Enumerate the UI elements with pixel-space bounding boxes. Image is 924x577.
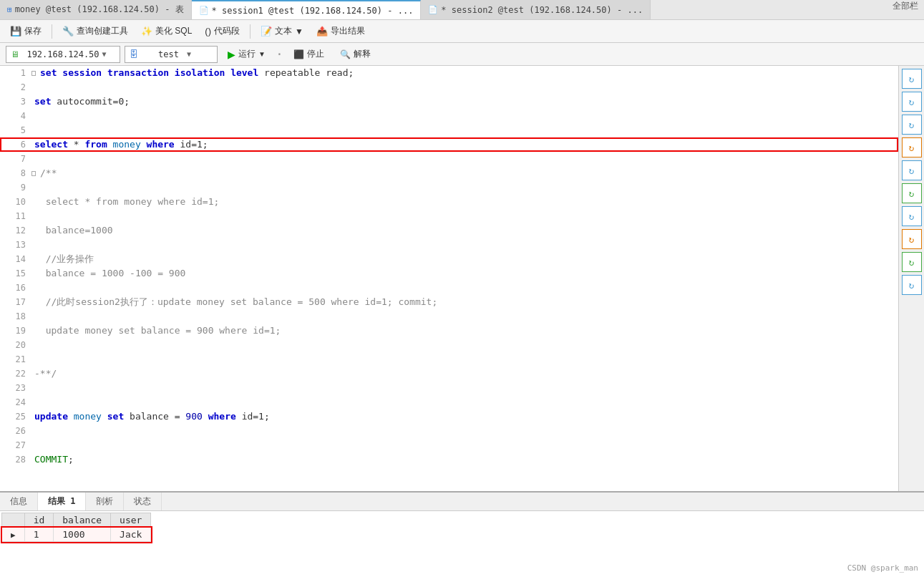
line-num-14: 14 [3,252,31,266]
line-content-8: /** [37,166,895,180]
line-num-23: 23 [3,381,31,395]
right-btn-5[interactable]: ↻ [902,160,922,180]
code-line-25: 25 update money set balance = 900 where … [0,409,898,424]
editor-panel[interactable]: 1 □ set session transaction isolation le… [0,66,898,491]
text-label: 文本 [275,25,292,37]
explain-button[interactable]: 🔍 解释 [334,47,376,62]
code-line-6: 6 select * from money where id=1; [0,137,898,152]
right-btn-1[interactable]: ↻ [902,69,922,89]
line-num-18: 18 [3,309,31,324]
right-btn-4[interactable]: ↻ [902,137,922,157]
explain-label: 解释 [354,48,371,60]
result-table-body: ▶ 1 1000 Jack [2,528,151,542]
right-btn-7[interactable]: ↻ [902,206,922,226]
line-content-3: set autocommit=0; [31,94,895,109]
line-num-1: 1 [3,66,31,80]
code-line-20: 20 [0,338,898,352]
line-content-1: set session transaction isolation level … [37,66,895,80]
fold-8[interactable]: □ [31,166,36,180]
right-btn-9[interactable]: ↻ [902,252,922,272]
run-arrow: ▼ [258,50,266,58]
tab-session1[interactable]: 📄 * session1 @test (192.168.124.50) - ..… [192,0,422,19]
code-line-15: 15 balance = 1000 -100 = 900 [0,266,898,281]
code-line-18: 18 [0,309,898,324]
col-balance: balance [54,513,111,528]
line-num-5: 5 [3,123,31,137]
query-builder-button[interactable]: 🔧 查询创建工具 [57,23,134,39]
tab-session1-label: * session1 @test (192.168.124.50) - ... [212,6,414,16]
code-line-3: 3 set autocommit=0; [0,94,898,109]
beautify-sql-button[interactable]: ✨ 美化 SQL [135,23,198,39]
database-value: test [158,49,184,59]
text-button[interactable]: 📝 文本 ▼ [255,23,309,39]
code-line-24: 24 [0,395,898,409]
right-btn-10[interactable]: ↻ [902,275,922,295]
bottom-tab-info[interactable]: 信息 [0,493,38,510]
query-builder-icon: 🔧 [62,26,74,37]
tab-money[interactable]: ⊞ money @test (192.168.124.50) - 表 [0,0,192,19]
right-btn-8[interactable]: ↻ [902,229,922,249]
query-icon-1: 📄 [199,6,209,15]
watermark: CSDN @spark_man [847,563,918,573]
run-button[interactable]: ▶ 运行 ▼ [222,47,271,62]
code-line-11: 11 [0,209,898,223]
right-btn-3[interactable]: ↻ [902,115,922,135]
code-line-21: 21 [0,352,898,367]
export-icon: 📤 [316,26,328,37]
database-selector[interactable]: 🗄 test ▼ [125,46,218,63]
host-icon: 🖥 [11,49,24,59]
code-line-16: 16 [0,281,898,295]
result-table-wrapper: id balance user ▶ 1 1000 Jack [0,511,924,577]
line-num-26: 26 [3,424,31,438]
bottom-tab-result1[interactable]: 结果 1 [38,493,86,510]
fullscreen-label[interactable]: 全部栏 [887,0,924,19]
code-icon: () [205,26,211,37]
code-line-27: 27 [0,438,898,452]
stop-button[interactable]: ⬛ 停止 [288,47,330,62]
row-arrow-1: ▶ [2,528,25,542]
col-id: id [24,513,54,528]
line-num-21: 21 [3,352,31,367]
bottom-tabs: 信息 结果 1 剖析 状态 [0,493,924,511]
toolbar: 💾 保存 🔧 查询创建工具 ✨ 美化 SQL () 代码段 📝 文本 ▼ 📤 导… [0,20,924,43]
tab-bar: ⊞ money @test (192.168.124.50) - 表 📄 * s… [0,0,924,20]
code-line-10: 10 select * from money where id=1; [0,195,898,209]
tab-session2-label: * session2 @test (192.168.124.50) - ... [441,5,643,15]
code-line-19: 19 update money set balance = 900 where … [0,324,898,338]
bottom-tab-profiling[interactable]: 剖析 [86,493,124,510]
cell-balance-1: 1000 [54,528,111,542]
line-num-19: 19 [3,324,31,338]
host-selector[interactable]: 🖥 192.168.124.50 ▼ [6,46,120,63]
line-content-19: update money set balance = 900 where id=… [31,324,895,338]
result-header-row: id balance user [2,513,151,528]
line-content-22: -**/ [31,367,895,381]
line-content-17: //此时session2执行了：update money set balance… [31,295,895,309]
tab-money-label: money @test (192.168.124.50) - 表 [15,4,184,16]
line-num-17: 17 [3,295,31,309]
right-btn-6[interactable]: ↻ [902,183,922,203]
bottom-tab-status[interactable]: 状态 [124,493,162,510]
line-num-24: 24 [3,395,31,409]
line-content-28: COMMIT; [31,452,895,467]
result-table: id balance user ▶ 1 1000 Jack [1,513,151,542]
code-line-14: 14 //业务操作 [0,252,898,266]
toolbar-separator-2 [250,24,251,39]
line-content-25: update money set balance = 900 where id=… [31,409,895,424]
beautify-sql-label: 美化 SQL [155,25,192,37]
tab-session2[interactable]: 📄 * session2 @test (192.168.124.50) - ..… [421,0,651,19]
cell-user-1: Jack [111,528,151,542]
line-num-13: 13 [3,238,31,252]
export-button[interactable]: 📤 导出结果 [311,23,371,39]
line-num-10: 10 [3,195,31,209]
line-num-27: 27 [3,438,31,452]
code-snippet-button[interactable]: () 代码段 [199,23,245,39]
save-button[interactable]: 💾 保存 [4,23,47,39]
save-label: 保存 [24,25,42,37]
code-line-28: 28 COMMIT; [0,452,898,467]
right-btn-2[interactable]: ↻ [902,92,922,112]
line-num-11: 11 [3,209,31,223]
line-num-8: 8 [3,166,31,180]
fold-1[interactable]: □ [31,66,36,80]
db-icon: 🗄 [130,49,155,59]
code-line-13: 13 [0,238,898,252]
